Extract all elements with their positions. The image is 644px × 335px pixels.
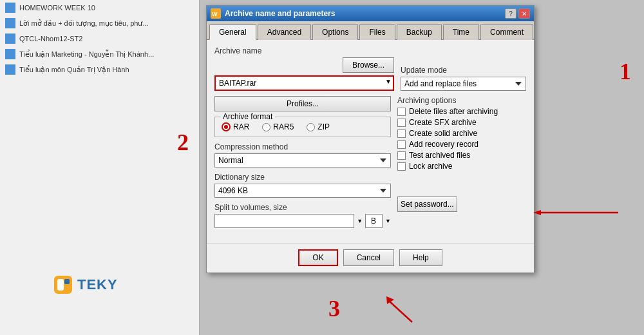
split-row: ▼ B ▼ xyxy=(214,214,391,228)
help-button[interactable]: Help xyxy=(399,249,442,266)
set-password-button[interactable]: Set password... xyxy=(397,196,457,212)
tab-advanced[interactable]: Advanced xyxy=(258,24,311,40)
archiving-options-section: Archiving options Delete files after arc… xyxy=(397,96,526,233)
dropdown-arrow: ▼ xyxy=(385,78,392,85)
profiles-button[interactable]: Profiles... xyxy=(214,96,391,111)
checkbox-solid[interactable]: Create solid archive xyxy=(397,129,526,138)
tab-files[interactable]: Files xyxy=(359,24,395,40)
tab-comment[interactable]: Comment xyxy=(480,24,533,40)
teky-icon xyxy=(52,273,75,296)
archiving-options-label: Archiving options xyxy=(397,96,526,105)
tab-general[interactable]: General xyxy=(209,24,256,40)
compression-method-group: Compression method Normal xyxy=(214,142,391,168)
browse-button[interactable]: Browse... xyxy=(343,57,394,73)
title-bar-left: W Archive name and parameters xyxy=(211,8,335,19)
list-item[interactable]: Lời mở đầu + đối tượng, mục tiêu, phư... xyxy=(0,15,199,31)
svg-line-7 xyxy=(390,302,412,322)
file-icon xyxy=(5,49,15,59)
file-icon xyxy=(5,64,15,75)
split-section: Split to volumes, size ▼ B ▼ xyxy=(214,203,391,228)
checkbox-delete-files-box xyxy=(397,108,406,116)
compression-label: Compression method xyxy=(214,142,391,151)
svg-marker-8 xyxy=(386,296,394,304)
tab-time[interactable]: Time xyxy=(443,24,479,40)
split-unit-arrow: ▼ xyxy=(385,218,391,224)
archive-format-legend: Archive format xyxy=(220,112,275,121)
tab-options[interactable]: Options xyxy=(312,24,358,40)
archive-format-section: Archive format RAR RAR5 xyxy=(214,117,391,137)
teky-text: TEKY xyxy=(77,276,118,293)
list-item[interactable]: QTCL-Nhom12-ST2 xyxy=(0,31,199,46)
annotation-1: 1 xyxy=(620,58,631,85)
checkbox-lock-box xyxy=(397,162,406,171)
update-mode-select[interactable]: Add and replace files xyxy=(401,77,526,91)
checkbox-test-box xyxy=(397,151,406,160)
dictionary-size-group: Dictionary size 4096 KB xyxy=(214,173,391,198)
ok-button[interactable]: OK xyxy=(298,249,337,266)
checkbox-delete-files[interactable]: Delete files after archiving xyxy=(397,107,526,116)
dialog-buttons: OK Cancel Help xyxy=(207,244,534,273)
dialog-title: Archive name and parameters xyxy=(225,9,335,18)
checkbox-recovery[interactable]: Add recovery record xyxy=(397,140,526,149)
help-title-btn[interactable]: ? xyxy=(505,8,516,19)
file-icon xyxy=(5,34,15,44)
format-radio-group: RAR RAR5 ZIP xyxy=(222,122,384,131)
dictionary-label: Dictionary size xyxy=(214,173,391,182)
checkbox-lock[interactable]: Lock archive xyxy=(397,162,526,171)
svg-text:W: W xyxy=(212,11,218,17)
winrar-icon: W xyxy=(211,8,221,19)
update-mode-label: Update mode xyxy=(401,66,526,75)
file-icon xyxy=(5,3,15,13)
close-button[interactable]: ✕ xyxy=(518,8,530,19)
compression-select[interactable]: Normal xyxy=(214,153,391,168)
archive-name-input[interactable] xyxy=(214,75,394,91)
annotation-3: 3 xyxy=(328,295,340,322)
list-item[interactable]: Tiểu luận Marketing - Nguyễn Thị Khánh..… xyxy=(0,46,199,62)
svg-rect-2 xyxy=(64,279,70,284)
tab-backup[interactable]: Backup xyxy=(397,24,442,40)
cancel-button[interactable]: Cancel xyxy=(343,249,394,266)
format-rar[interactable]: RAR xyxy=(222,122,249,131)
file-list-panel: HOMEWORK WEEK 10 Lời mở đầu + đối tượng,… xyxy=(0,0,200,335)
split-label: Split to volumes, size xyxy=(214,203,391,212)
teky-logo: TEKY xyxy=(52,273,118,296)
dictionary-select[interactable]: 4096 KB xyxy=(214,184,391,198)
checkbox-solid-box xyxy=(397,129,406,138)
tab-bar: General Advanced Options Files Backup Ti… xyxy=(207,21,534,40)
format-zip[interactable]: ZIP xyxy=(307,122,330,131)
checkbox-sfx-box xyxy=(397,119,406,127)
archive-name-label: Archive name xyxy=(214,46,394,55)
dialog-title-bar: W Archive name and parameters ? ✕ xyxy=(207,6,534,21)
checkbox-sfx[interactable]: Create SFX archive xyxy=(397,118,526,127)
list-item[interactable]: HOMEWORK WEEK 10 xyxy=(0,0,199,15)
format-rar5[interactable]: RAR5 xyxy=(262,122,294,131)
list-item[interactable]: Tiểu luận môn Quản Trị Vận Hành xyxy=(0,62,199,77)
split-arrow: ▼ xyxy=(357,218,363,224)
checkbox-recovery-box xyxy=(397,140,406,149)
svg-rect-1 xyxy=(57,279,64,291)
annotation-2: 2 xyxy=(177,129,189,156)
radio-rar5[interactable] xyxy=(262,123,270,131)
archive-dialog: W Archive name and parameters ? ✕ Genera… xyxy=(206,5,535,273)
split-input[interactable] xyxy=(214,214,354,228)
radio-zip[interactable] xyxy=(307,123,315,131)
title-bar-buttons: ? ✕ xyxy=(505,8,530,19)
file-icon xyxy=(5,18,15,28)
dialog-body: Archive name Browse... ▼ Update mode Add… xyxy=(207,40,534,244)
radio-rar-selected xyxy=(222,122,231,131)
checkbox-test[interactable]: Test archived files xyxy=(397,151,526,160)
radio-rar-dot xyxy=(224,125,228,129)
split-unit-select[interactable]: B xyxy=(365,214,383,228)
